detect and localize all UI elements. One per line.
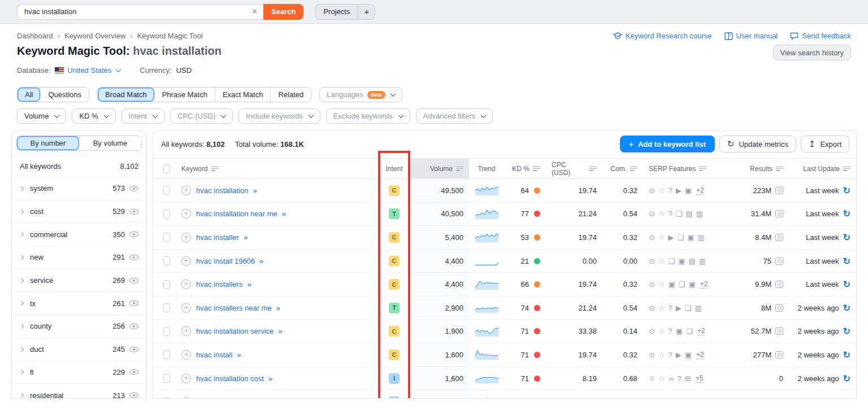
breadcrumb-item[interactable]: Keyword Overview [64, 32, 125, 40]
projects-button[interactable]: Projects [315, 4, 358, 20]
refresh-row-icon[interactable]: ↻ [843, 256, 850, 267]
sidebar-group-residential[interactable]: residential213 [12, 384, 146, 399]
open-keyword-icon[interactable]: » [268, 374, 272, 383]
video-icon[interactable]: ▶ [676, 351, 682, 359]
location-icon[interactable]: ⊙ [649, 210, 655, 217]
refresh-row-icon[interactable]: ↻ [843, 373, 850, 384]
keyword-link[interactable]: hvac installers near me [196, 304, 272, 312]
keyword-link[interactable]: hvac installers [196, 280, 242, 289]
sort-icon[interactable] [843, 167, 850, 171]
eye-icon[interactable] [129, 209, 138, 215]
add-keyword-icon[interactable]: + [181, 233, 191, 242]
add-keyword-icon[interactable]: + [181, 186, 191, 195]
reviews-icon[interactable]: ☆ [658, 234, 665, 241]
featured-snippet-icon[interactable]: ❑ [676, 210, 683, 217]
add-keyword-icon[interactable]: + [181, 350, 191, 360]
local-services-icon[interactable]: ♕ [649, 375, 656, 382]
location-icon[interactable]: ⊙ [649, 398, 655, 399]
video-icon[interactable]: ▶ [676, 187, 682, 194]
serp-preview-icon[interactable] [775, 187, 783, 194]
sidebar-group-system[interactable]: system573 [12, 177, 146, 200]
serp-more-link[interactable]: +2 [696, 186, 704, 195]
serp-preview-icon[interactable] [775, 257, 783, 265]
filter-volume[interactable]: Volume [17, 108, 66, 124]
reviews-icon[interactable]: ☆ [658, 210, 665, 217]
row-checkbox[interactable] [163, 374, 170, 383]
filter-kd-%[interactable]: KD % [72, 108, 115, 124]
carousel-icon[interactable]: ⊞ [685, 375, 691, 382]
faq-icon[interactable]: ? [669, 304, 672, 312]
tab-broad-match[interactable]: Broad Match [98, 88, 155, 102]
serp-preview-icon[interactable] [775, 234, 783, 241]
serp-preview-icon[interactable] [775, 281, 783, 288]
ads-top-icon[interactable]: ▤ [689, 257, 696, 265]
serp-more-link[interactable]: +2 [697, 327, 705, 335]
faq-icon[interactable]: ? [669, 327, 672, 335]
row-checkbox[interactable] [163, 186, 170, 195]
reviews-icon[interactable]: ☆ [659, 375, 666, 382]
eye-icon[interactable] [129, 255, 138, 260]
open-keyword-icon[interactable]: » [247, 280, 250, 289]
ads-bottom-icon[interactable]: ▥ [699, 257, 706, 265]
view-search-history-button[interactable]: View search history [773, 45, 851, 60]
serp-more-link[interactable]: +5 [696, 374, 704, 383]
serp-more-link[interactable]: +2 [700, 280, 708, 289]
faq-icon[interactable]: ? [669, 210, 672, 217]
refresh-row-icon[interactable]: ↻ [843, 350, 850, 360]
eye-icon[interactable] [129, 369, 138, 375]
refresh-row-icon[interactable]: ↻ [843, 185, 850, 196]
keyword-link[interactable]: hvac installation service [196, 327, 274, 335]
ads-bottom-icon[interactable]: ▥ [698, 234, 705, 241]
sidebar-group-cost[interactable]: cost529 [12, 200, 146, 224]
keyword-link[interactable]: hvac installation [196, 186, 249, 195]
keyword-link[interactable]: hvac installation cost [196, 374, 264, 383]
sort-icon[interactable] [776, 167, 783, 171]
image-icon[interactable]: ▣ [669, 281, 675, 288]
keyword-link[interactable]: hvac install 19606 [196, 257, 255, 265]
image-icon[interactable]: ▣ [678, 257, 685, 265]
tab-related[interactable]: Related [271, 88, 311, 102]
faq-icon[interactable]: ? [669, 187, 672, 194]
serp-preview-icon[interactable] [775, 327, 783, 335]
sidebar-group-service[interactable]: service269 [12, 269, 146, 292]
serp-more-link[interactable]: +2 [696, 351, 704, 359]
sort-icon[interactable] [456, 167, 463, 171]
sort-icon[interactable] [533, 167, 540, 171]
row-checkbox[interactable] [163, 256, 170, 265]
serp-preview-icon[interactable] [775, 210, 783, 217]
column-header-keyword[interactable]: Keyword [176, 159, 378, 178]
tab-exact-match[interactable]: Exact Match [215, 88, 271, 102]
tab-by-volume[interactable]: By volume [79, 136, 141, 150]
tab-phrase-match[interactable]: Phrase Match [155, 88, 215, 102]
search-input[interactable] [17, 4, 263, 20]
location-icon[interactable]: ⊙ [649, 187, 655, 194]
keyword-link[interactable]: hvac installed [196, 397, 241, 399]
refresh-row-icon[interactable]: ↻ [843, 208, 850, 219]
breadcrumb-item[interactable]: Keyword Magic Tool [137, 32, 203, 40]
row-checkbox[interactable] [163, 233, 170, 242]
row-checkbox[interactable] [163, 397, 170, 399]
location-icon[interactable]: ⊙ [649, 281, 655, 288]
filter-exclude-keywords[interactable]: Exclude keywords [326, 108, 410, 124]
header-link-keyword-research-course[interactable]: Keyword Research course [613, 32, 711, 40]
open-keyword-icon[interactable]: » [259, 257, 263, 265]
sidebar-group-duct[interactable]: duct245 [12, 338, 146, 361]
eye-icon[interactable] [129, 231, 138, 237]
sidebar-group-commercial[interactable]: commercial350 [12, 223, 146, 246]
add-keyword-icon[interactable]: + [181, 279, 191, 289]
search-button[interactable]: Search [263, 4, 303, 20]
ads-bottom-icon[interactable]: ▥ [695, 304, 701, 312]
add-keyword-icon[interactable]: + [181, 326, 191, 336]
keyword-link[interactable]: hvac installation near me [196, 209, 277, 218]
open-keyword-icon[interactable]: » [244, 233, 247, 242]
row-checkbox[interactable] [163, 303, 170, 312]
breadcrumb-item[interactable]: Dashboard [17, 32, 53, 40]
tab-all[interactable]: All [18, 88, 41, 102]
location-icon[interactable]: ⊙ [649, 351, 655, 359]
location-icon[interactable]: ⊙ [649, 327, 655, 335]
column-header-cpc-usd-[interactable]: CPC (USD) [546, 159, 602, 178]
serp-more-link[interactable]: +3 [696, 397, 704, 399]
featured-snippet-icon[interactable]: ❑ [678, 234, 684, 241]
sort-icon[interactable] [630, 167, 637, 171]
filter-include-keywords[interactable]: Include keywords [238, 108, 320, 124]
